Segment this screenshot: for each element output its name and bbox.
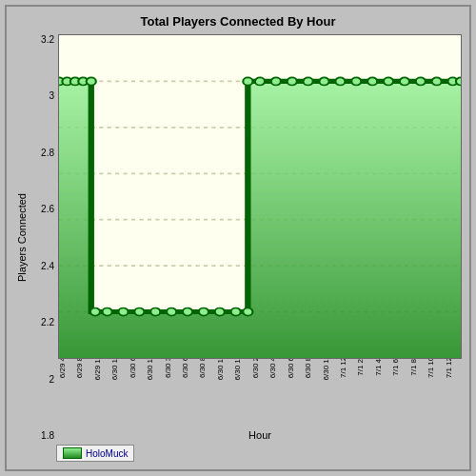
svg-point-12 (87, 77, 96, 85)
plot-wrapper (58, 34, 462, 359)
x-tick-label: 6/30 10 PM (322, 359, 330, 380)
y-tick: 1.8 (31, 430, 54, 441)
svg-point-27 (288, 77, 297, 85)
x-tick-label: 7/1 12 AM (339, 359, 347, 378)
x-tick-label: 6/30 4 PM (268, 359, 277, 378)
svg-point-34 (400, 77, 409, 85)
x-tick-label: 6/29 4 PM (58, 359, 67, 378)
svg-point-20 (199, 307, 208, 315)
x-tick-label: 6/30 8 AM (198, 359, 207, 378)
svg-point-30 (335, 77, 345, 85)
svg-point-28 (304, 77, 313, 85)
svg-point-35 (416, 77, 426, 85)
svg-point-38 (456, 77, 461, 85)
y-tick: 2 (31, 374, 54, 385)
x-tick-label: 6/30 8 PM (304, 359, 312, 378)
x-tick-label: 6/30 2 PM (251, 359, 260, 378)
y-tick: 3.2 (31, 34, 54, 45)
plot-and-x: 6/29 4 PM6/29 8 PM6/29 10 PM6/30 12 AM6/… (58, 34, 462, 441)
svg-point-29 (319, 77, 328, 85)
svg-point-18 (167, 307, 176, 315)
x-tick-label: 7/1 6 AM (391, 359, 400, 376)
x-tick-label: 7/1 2 AM (356, 359, 365, 376)
y-tick: 3 (31, 90, 54, 101)
x-tick-label: 6/30 3 AM (164, 359, 172, 378)
legend-color-box (63, 447, 82, 459)
x-axis-container: 6/29 4 PM6/29 8 PM6/29 10 PM6/30 12 AM6/… (58, 359, 462, 427)
svg-point-22 (231, 307, 241, 315)
y-tick: 2.8 (31, 148, 54, 158)
x-tick-label: 6/30 6 AM (181, 359, 189, 378)
x-tick-label: 7/1 10 AM (426, 359, 435, 378)
x-tick-label: 7/1 4 AM (374, 359, 383, 376)
x-tick-label: 7/1 12 PM (445, 359, 453, 378)
svg-point-16 (134, 307, 144, 315)
y-tick: 2.2 (31, 317, 54, 327)
x-tick-label: 6/30 12 AM (110, 359, 119, 380)
svg-point-15 (118, 307, 128, 315)
x-tick-label: 6/30 6 AM (129, 359, 137, 378)
chart-title: Total Players Connected By Hour (14, 14, 462, 29)
y-axis: 3.232.82.62.42.221.8 (31, 34, 58, 441)
svg-point-14 (103, 307, 112, 315)
legend: HoloMuck (56, 445, 134, 462)
x-tick-label: 6/29 10 PM (93, 359, 102, 380)
svg-point-13 (90, 307, 100, 315)
x-tick-label: 6/30 12 PM (233, 359, 242, 380)
legend-label: HoloMuck (86, 448, 128, 459)
svg-point-21 (215, 307, 225, 315)
x-tick-label: 6/30 6 PM (287, 359, 295, 378)
x-axis-label: Hour (58, 429, 462, 441)
svg-point-26 (271, 77, 281, 85)
svg-point-33 (384, 77, 393, 85)
svg-point-19 (183, 307, 192, 315)
x-tick-label: 6/30 12 AM (146, 359, 154, 380)
svg-point-25 (255, 77, 265, 85)
svg-point-31 (351, 77, 361, 85)
y-tick: 2.4 (31, 261, 54, 271)
x-tick-label: 6/30 10 AM (216, 359, 225, 380)
chart-svg (59, 35, 461, 358)
y-axis-label: Players Connected (14, 34, 30, 441)
x-tick-label: 6/29 8 PM (75, 359, 84, 378)
svg-point-23 (243, 307, 252, 315)
chart-container: Total Players Connected By Hour Players … (5, 5, 471, 471)
y-tick: 2.6 (31, 204, 54, 214)
chart-area: Players Connected 3.232.82.62.42.221.8 (14, 34, 462, 441)
svg-point-32 (367, 77, 377, 85)
svg-point-36 (432, 77, 442, 85)
svg-point-24 (243, 77, 252, 85)
x-tick-label: 7/1 8 AM (409, 359, 418, 376)
svg-point-17 (150, 307, 160, 315)
